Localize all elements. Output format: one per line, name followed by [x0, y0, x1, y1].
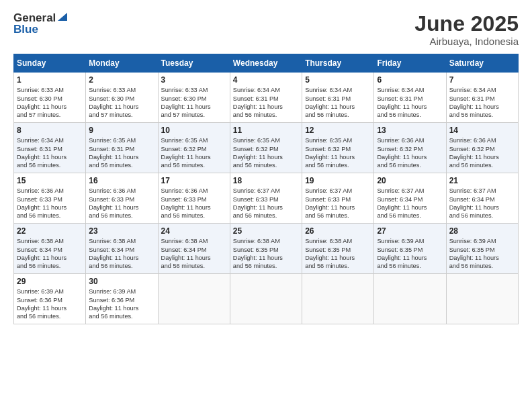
day-info: Sunrise: 6:33 AMSunset: 6:30 PMDaylight:… — [89, 86, 154, 120]
calendar-cell: 16Sunrise: 6:36 AMSunset: 6:33 PMDayligh… — [86, 173, 158, 224]
calendar-cell — [230, 274, 302, 324]
calendar-cell: 28Sunrise: 6:39 AMSunset: 6:35 PMDayligh… — [446, 224, 518, 274]
day-number: 1 — [17, 75, 83, 85]
calendar-cell: 3Sunrise: 6:33 AMSunset: 6:30 PMDaylight… — [158, 73, 230, 123]
day-info: Sunrise: 6:39 AMSunset: 6:35 PMDaylight:… — [377, 237, 443, 271]
day-number: 17 — [161, 176, 227, 185]
day-info: Sunrise: 6:37 AMSunset: 6:33 PMDaylight:… — [233, 187, 299, 220]
day-number: 6 — [377, 75, 443, 85]
day-info: Sunrise: 6:39 AMSunset: 6:36 PMDaylight:… — [17, 287, 83, 321]
month-title: June 2025 — [414, 12, 519, 36]
weekday-sunday: Sunday — [14, 54, 86, 73]
calendar-cell — [446, 274, 518, 324]
calendar-cell: 7Sunrise: 6:34 AMSunset: 6:31 PMDaylight… — [446, 73, 518, 123]
day-info: Sunrise: 6:35 AMSunset: 6:31 PMDaylight:… — [89, 136, 154, 170]
day-number: 3 — [161, 75, 227, 85]
weekday-wednesday: Wednesday — [230, 54, 302, 73]
logo: General Blue — [13, 12, 69, 36]
day-info: Sunrise: 6:38 AMSunset: 6:34 PMDaylight:… — [17, 237, 83, 271]
weekday-header-row: SundayMondayTuesdayWednesdayThursdayFrid… — [14, 54, 519, 73]
day-number: 27 — [377, 226, 443, 236]
day-number: 20 — [377, 176, 443, 185]
calendar-cell: 15Sunrise: 6:36 AMSunset: 6:33 PMDayligh… — [14, 173, 86, 224]
calendar-cell: 24Sunrise: 6:38 AMSunset: 6:34 PMDayligh… — [158, 224, 230, 274]
day-info: Sunrise: 6:39 AMSunset: 6:35 PMDaylight:… — [449, 237, 515, 271]
day-number: 14 — [449, 126, 515, 135]
day-info: Sunrise: 6:34 AMSunset: 6:31 PMDaylight:… — [449, 86, 515, 120]
day-info: Sunrise: 6:37 AMSunset: 6:34 PMDaylight:… — [449, 187, 515, 220]
day-info: Sunrise: 6:33 AMSunset: 6:30 PMDaylight:… — [161, 86, 227, 120]
header: General Blue June 2025 Airbuaya, Indones… — [13, 12, 519, 47]
calendar-cell: 13Sunrise: 6:36 AMSunset: 6:32 PMDayligh… — [374, 123, 446, 173]
weekday-friday: Friday — [374, 54, 446, 73]
day-number: 2 — [89, 75, 154, 85]
calendar-table: SundayMondayTuesdayWednesdayThursdayFrid… — [13, 54, 519, 324]
day-info: Sunrise: 6:34 AMSunset: 6:31 PMDaylight:… — [305, 86, 371, 120]
weekday-monday: Monday — [86, 54, 158, 73]
day-number: 24 — [161, 226, 227, 236]
location-title: Airbuaya, Indonesia — [414, 36, 519, 47]
day-info: Sunrise: 6:36 AMSunset: 6:33 PMDaylight:… — [89, 187, 154, 220]
calendar-cell: 12Sunrise: 6:35 AMSunset: 6:32 PMDayligh… — [302, 123, 374, 173]
calendar-week-row: 15Sunrise: 6:36 AMSunset: 6:33 PMDayligh… — [14, 173, 519, 224]
day-number: 29 — [17, 277, 83, 286]
day-number: 8 — [17, 126, 83, 135]
day-info: Sunrise: 6:38 AMSunset: 6:34 PMDaylight:… — [89, 237, 154, 271]
calendar-cell — [302, 274, 374, 324]
calendar-cell: 14Sunrise: 6:36 AMSunset: 6:32 PMDayligh… — [446, 123, 518, 173]
day-number: 16 — [89, 176, 154, 185]
calendar-cell: 26Sunrise: 6:38 AMSunset: 6:35 PMDayligh… — [302, 224, 374, 274]
day-number: 23 — [89, 226, 154, 236]
day-info: Sunrise: 6:38 AMSunset: 6:35 PMDaylight:… — [233, 237, 299, 271]
calendar-cell: 17Sunrise: 6:36 AMSunset: 6:33 PMDayligh… — [158, 173, 230, 224]
weekday-saturday: Saturday — [446, 54, 518, 73]
day-number: 12 — [305, 126, 371, 135]
calendar-week-row: 1Sunrise: 6:33 AMSunset: 6:30 PMDaylight… — [14, 73, 519, 123]
day-number: 22 — [17, 226, 83, 236]
calendar-week-row: 22Sunrise: 6:38 AMSunset: 6:34 PMDayligh… — [14, 224, 519, 274]
day-info: Sunrise: 6:35 AMSunset: 6:32 PMDaylight:… — [161, 136, 227, 170]
day-number: 21 — [449, 176, 515, 185]
calendar-cell: 1Sunrise: 6:33 AMSunset: 6:30 PMDaylight… — [14, 73, 86, 123]
day-info: Sunrise: 6:35 AMSunset: 6:32 PMDaylight:… — [305, 136, 371, 170]
day-info: Sunrise: 6:36 AMSunset: 6:33 PMDaylight:… — [161, 187, 227, 220]
day-number: 4 — [233, 75, 299, 85]
day-info: Sunrise: 6:35 AMSunset: 6:32 PMDaylight:… — [233, 136, 299, 170]
calendar-cell: 27Sunrise: 6:39 AMSunset: 6:35 PMDayligh… — [374, 224, 446, 274]
weekday-tuesday: Tuesday — [158, 54, 230, 73]
day-info: Sunrise: 6:38 AMSunset: 6:34 PMDaylight:… — [161, 237, 227, 271]
svg-marker-0 — [58, 13, 67, 21]
page: General Blue June 2025 Airbuaya, Indones… — [0, 0, 532, 411]
day-number: 10 — [161, 126, 227, 135]
calendar-cell — [158, 274, 230, 324]
day-info: Sunrise: 6:38 AMSunset: 6:35 PMDaylight:… — [305, 237, 371, 271]
day-number: 13 — [377, 126, 443, 135]
day-number: 30 — [89, 277, 154, 286]
day-number: 11 — [233, 126, 299, 135]
calendar-cell: 25Sunrise: 6:38 AMSunset: 6:35 PMDayligh… — [230, 224, 302, 274]
logo-triangle-icon — [56, 10, 69, 22]
day-info: Sunrise: 6:34 AMSunset: 6:31 PMDaylight:… — [377, 86, 443, 120]
day-info: Sunrise: 6:36 AMSunset: 6:33 PMDaylight:… — [17, 187, 83, 220]
calendar-cell: 11Sunrise: 6:35 AMSunset: 6:32 PMDayligh… — [230, 123, 302, 173]
day-info: Sunrise: 6:34 AMSunset: 6:31 PMDaylight:… — [17, 136, 83, 170]
calendar-cell: 2Sunrise: 6:33 AMSunset: 6:30 PMDaylight… — [86, 73, 158, 123]
day-number: 25 — [233, 226, 299, 236]
day-number: 28 — [449, 226, 515, 236]
day-info: Sunrise: 6:39 AMSunset: 6:36 PMDaylight:… — [89, 287, 154, 321]
day-info: Sunrise: 6:33 AMSunset: 6:30 PMDaylight:… — [17, 86, 83, 120]
calendar-cell — [374, 274, 446, 324]
calendar-cell: 9Sunrise: 6:35 AMSunset: 6:31 PMDaylight… — [86, 123, 158, 173]
title-area: June 2025 Airbuaya, Indonesia — [414, 12, 519, 47]
calendar-cell: 21Sunrise: 6:37 AMSunset: 6:34 PMDayligh… — [446, 173, 518, 224]
day-number: 18 — [233, 176, 299, 185]
calendar-cell: 20Sunrise: 6:37 AMSunset: 6:34 PMDayligh… — [374, 173, 446, 224]
calendar-cell: 30Sunrise: 6:39 AMSunset: 6:36 PMDayligh… — [86, 274, 158, 324]
day-number: 19 — [305, 176, 371, 185]
calendar-week-row: 29Sunrise: 6:39 AMSunset: 6:36 PMDayligh… — [14, 274, 519, 324]
calendar-cell: 18Sunrise: 6:37 AMSunset: 6:33 PMDayligh… — [230, 173, 302, 224]
calendar-cell: 8Sunrise: 6:34 AMSunset: 6:31 PMDaylight… — [14, 123, 86, 173]
calendar-cell: 10Sunrise: 6:35 AMSunset: 6:32 PMDayligh… — [158, 123, 230, 173]
day-info: Sunrise: 6:34 AMSunset: 6:31 PMDaylight:… — [233, 86, 299, 120]
calendar-cell: 22Sunrise: 6:38 AMSunset: 6:34 PMDayligh… — [14, 224, 86, 274]
